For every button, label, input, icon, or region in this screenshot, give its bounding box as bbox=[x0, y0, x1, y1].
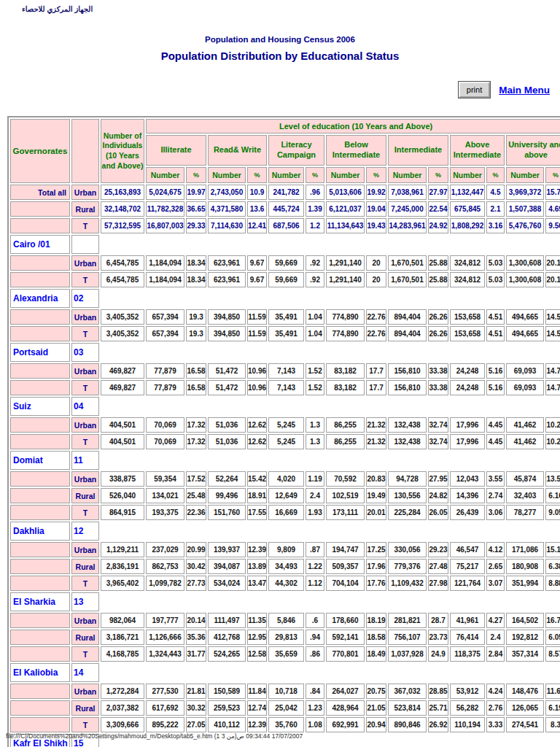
row-label-cell bbox=[10, 471, 70, 487]
table-cell: 83,182 bbox=[326, 363, 365, 379]
table-cell: 7,038,961 bbox=[388, 185, 427, 200]
area-type-cell: Urban bbox=[71, 542, 99, 557]
table-cell: 10.96 bbox=[247, 380, 267, 395]
table-cell: 692,991 bbox=[326, 717, 365, 732]
table-cell: 657,394 bbox=[146, 309, 184, 325]
governorate-code: 04 bbox=[71, 397, 99, 416]
table-cell: 51,036 bbox=[208, 417, 246, 433]
table-row: Urban6,454,7851,184,09418.34623,9619.675… bbox=[10, 255, 560, 271]
table-cell: 7,143 bbox=[268, 380, 304, 395]
table-cell: 20.99 bbox=[186, 542, 206, 557]
table-cell: 410,112 bbox=[208, 717, 246, 732]
table-cell: 59,669 bbox=[268, 255, 304, 271]
table-cell: 77,879 bbox=[146, 380, 184, 395]
table-cell: 1.39 bbox=[306, 201, 324, 217]
table-cell: 428,964 bbox=[326, 700, 365, 716]
col-header-number: Number bbox=[208, 167, 246, 183]
area-type-cell: T bbox=[71, 380, 99, 395]
table-cell: 10.9 bbox=[247, 185, 267, 200]
row-label-cell bbox=[10, 613, 70, 628]
table-cell: 1,291,140 bbox=[326, 272, 365, 287]
table-cell: 17.52 bbox=[186, 471, 206, 487]
col-header-governorates: Governorates bbox=[10, 119, 70, 183]
table-row: T57,312,59516,807,00329.337,114,63012.41… bbox=[10, 218, 560, 233]
table-row: Urban469,82777,87916.5851,47210.967,1431… bbox=[10, 363, 560, 379]
table-cell: 130,556 bbox=[388, 488, 427, 503]
table-cell: 770,801 bbox=[326, 646, 365, 662]
table-cell: 756,107 bbox=[388, 630, 427, 645]
table-cell: 1.52 bbox=[306, 380, 324, 395]
table-cell: 2.74 bbox=[486, 488, 505, 503]
governorate-header-row: El Sharkia13 bbox=[10, 592, 560, 611]
governorate-name: Cairo /01 bbox=[10, 235, 70, 254]
table-cell: 5,013,606 bbox=[326, 185, 365, 200]
table-cell: 324,812 bbox=[450, 272, 485, 287]
governorate-blank-cell bbox=[101, 289, 560, 308]
table-cell: .87 bbox=[306, 542, 324, 557]
table-cell: 1,037,928 bbox=[388, 646, 427, 662]
toolbar: print Main Menu bbox=[0, 80, 550, 100]
table-cell: 21.32 bbox=[366, 417, 386, 433]
table-cell: 357,314 bbox=[506, 646, 544, 662]
table-cell: 3.55 bbox=[486, 471, 505, 487]
area-type-cell: Urban bbox=[71, 185, 99, 200]
col-header-number-of-individuals: Number of Individuals (10 Years and Abov… bbox=[101, 119, 144, 183]
table-cell: 19.3 bbox=[186, 309, 206, 325]
table-cell: 18.91 bbox=[247, 488, 267, 503]
table-cell: 8.57 bbox=[545, 646, 560, 662]
table-cell: 180,908 bbox=[506, 559, 544, 574]
table-cell: 32,403 bbox=[506, 488, 544, 503]
table-cell: 12.95 bbox=[247, 630, 267, 645]
governorate-blank-cell bbox=[101, 451, 560, 470]
table-cell: .92 bbox=[306, 272, 324, 287]
table-cell: 1.23 bbox=[306, 700, 324, 716]
table-cell: 15.77 bbox=[545, 185, 560, 200]
table-cell: 3.33 bbox=[486, 717, 505, 732]
table-cell: 18.34 bbox=[186, 272, 206, 287]
table-row: T469,82777,87916.5851,47210.967,1431.528… bbox=[10, 380, 560, 395]
table-row: T4,168,7851,324,44331.77524,26512.5835,6… bbox=[10, 646, 560, 662]
table-cell: 412,768 bbox=[208, 630, 246, 645]
table-cell: 6.16 bbox=[545, 488, 560, 503]
table-cell: 69,093 bbox=[506, 363, 544, 379]
governorate-code: 13 bbox=[71, 592, 99, 611]
table-cell: 29.33 bbox=[186, 218, 206, 233]
col-header-literacy-campaign: Literacy Campaign bbox=[268, 135, 324, 166]
table-cell: 338,875 bbox=[101, 471, 144, 487]
table-cell: 623,961 bbox=[208, 272, 246, 287]
table-cell: 27.98 bbox=[428, 576, 448, 591]
table-cell: 5.03 bbox=[486, 272, 505, 287]
table-cell: 24.9 bbox=[428, 646, 448, 662]
table-cell: 14.53 bbox=[545, 309, 560, 325]
table-cell: 1.12 bbox=[306, 576, 324, 591]
table-cell: 30.42 bbox=[186, 559, 206, 574]
table-cell: 675,845 bbox=[450, 201, 485, 217]
print-button[interactable]: print bbox=[459, 82, 490, 98]
table-cell: 2,836,191 bbox=[101, 559, 144, 574]
table-cell: 59,669 bbox=[268, 272, 304, 287]
table-cell: 6.19 bbox=[545, 700, 560, 716]
main-menu-link[interactable]: Main Menu bbox=[499, 85, 550, 96]
table-cell: 126,065 bbox=[506, 700, 544, 716]
table-cell: 18.58 bbox=[366, 630, 386, 645]
table-row: Urban3,405,352657,39419.3394,85011.5935,… bbox=[10, 309, 560, 325]
area-type-cell: Rural bbox=[71, 488, 99, 503]
table-cell: 5.16 bbox=[486, 363, 505, 379]
table-cell: 10.25 bbox=[545, 417, 560, 433]
table-cell: 20.15 bbox=[545, 272, 560, 287]
table-cell: 894,404 bbox=[388, 309, 427, 325]
table-cell: 76,414 bbox=[450, 630, 485, 645]
table-cell: 17,996 bbox=[450, 417, 485, 433]
table-cell: 28.85 bbox=[428, 684, 448, 699]
table-cell: 86,255 bbox=[326, 434, 365, 449]
area-type-cell: Urban bbox=[71, 417, 99, 433]
table-cell: 4.27 bbox=[486, 613, 505, 628]
table-cell: 12,649 bbox=[268, 488, 304, 503]
col-header-intermediate: Intermediate bbox=[388, 135, 448, 166]
table-cell: 132,438 bbox=[388, 434, 427, 449]
governorate-header-row: Portsaid03 bbox=[10, 343, 560, 362]
table-cell: 17.7 bbox=[366, 380, 386, 395]
row-label-cell bbox=[10, 255, 70, 271]
col-header-area-type bbox=[71, 119, 99, 183]
table-cell: 2.4 bbox=[306, 488, 324, 503]
